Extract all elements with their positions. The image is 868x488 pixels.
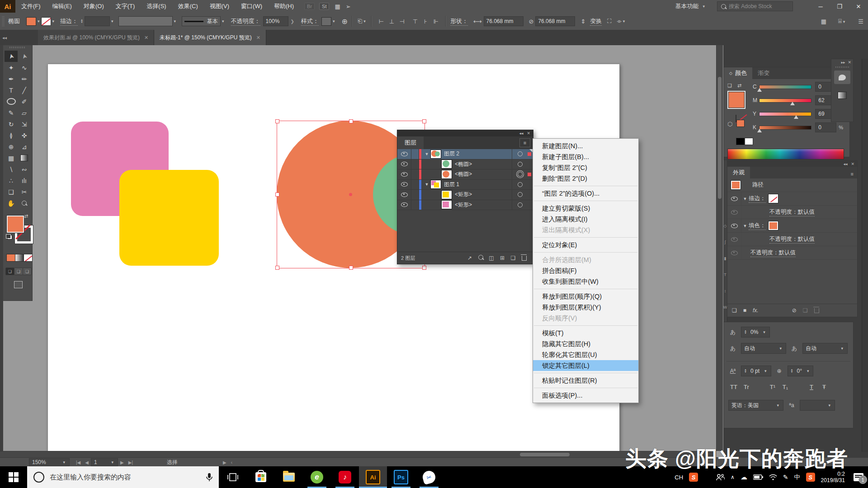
layers-tab[interactable]: 图层 — [397, 136, 424, 149]
clear-appearance-icon[interactable]: ⊘ — [792, 307, 797, 314]
menu-item-template[interactable]: 模板(T) — [533, 328, 638, 338]
control-menu-icon[interactable]: ☰ — [858, 18, 863, 25]
perspective-grid-tool[interactable]: ⊿ — [18, 141, 31, 152]
style-label[interactable]: 样式： — [301, 17, 319, 26]
slider-thumb[interactable] — [794, 115, 798, 119]
taskbar-app-explorer[interactable] — [275, 466, 303, 488]
delete-layer-icon[interactable] — [519, 254, 529, 262]
close-panel-icon[interactable]: ✕ — [851, 162, 854, 166]
object-name[interactable]: <椭圆> — [455, 170, 512, 178]
yellow-slider[interactable] — [759, 112, 812, 116]
underline-button[interactable]: T — [806, 384, 817, 390]
object-thumbnail[interactable] — [441, 200, 452, 209]
visibility-toggle[interactable] — [397, 160, 411, 169]
gradient-tool[interactable] — [18, 152, 31, 164]
align-pixel-grid-icon[interactable]: ⛶ — [607, 18, 611, 25]
status-back-arrow[interactable]: ‹ — [231, 460, 232, 465]
object-name[interactable]: <椭圆> — [455, 160, 512, 168]
swap-colors-icon[interactable]: ⇄ — [737, 83, 741, 89]
slice-tool[interactable]: ✂ — [18, 186, 31, 197]
wifi-icon[interactable] — [769, 474, 777, 480]
align-right-icon[interactable]: ⊣ — [399, 19, 406, 24]
symbol-sprayer-tool[interactable]: ∴ — [5, 175, 18, 186]
status-menu-arrow[interactable]: ▶ — [223, 460, 226, 465]
draw-behind-button[interactable]: ❏ — [14, 267, 23, 275]
app-logo[interactable]: Ai — [0, 0, 15, 13]
black-value-field[interactable]: 0 — [815, 122, 836, 132]
black-slider[interactable] — [759, 126, 812, 130]
fill-color-swatch[interactable] — [26, 17, 36, 26]
start-button[interactable] — [0, 466, 27, 488]
small-caps-button[interactable]: Tr — [741, 384, 752, 390]
layout-grid-icon[interactable]: ▦ — [335, 3, 340, 10]
target-circle-targeted-icon[interactable] — [518, 172, 523, 177]
gradient-tab[interactable]: 渐变 — [752, 67, 775, 79]
layer-row-green-ellipse[interactable]: <椭圆> — [397, 160, 533, 170]
pen-tool[interactable]: ✒ — [5, 73, 18, 84]
transform-label[interactable]: 变换 — [590, 17, 602, 26]
swap-fill-stroke-icon[interactable]: ⇄ — [24, 213, 28, 219]
microphone-icon[interactable] — [206, 473, 212, 482]
paintbrush-tool[interactable]: ✐ — [18, 96, 31, 107]
collapse-dock-icon[interactable]: ◂◂ — [0, 30, 9, 45]
new-sublayer-icon[interactable]: ⊞ — [497, 255, 508, 261]
recolor-artwork-icon[interactable]: ⊕ — [342, 17, 348, 26]
target-column[interactable] — [512, 180, 528, 190]
menu-edit[interactable]: 编辑(E) — [47, 2, 78, 10]
close-tab-icon[interactable]: ✕ — [256, 35, 260, 41]
shape-height-field[interactable]: 76.068 mm — [535, 16, 575, 26]
menu-item-locate-object[interactable]: 定位对象(E) — [533, 239, 638, 250]
stroke-caret[interactable]: ▾ — [52, 19, 55, 23]
color-panel-icon[interactable] — [834, 70, 850, 84]
shape-width-field[interactable]: 76.068 mm — [484, 16, 524, 26]
strikethrough-button[interactable]: Ŧ — [819, 384, 830, 390]
appearance-stroke-row[interactable]: ▼ 描边： — [727, 192, 857, 206]
target-circle-icon[interactable] — [518, 182, 523, 187]
document-layout-icon[interactable]: ⌸▾ — [838, 18, 846, 25]
menu-item-flatten-artwork[interactable]: 拼合图稿(F) — [533, 265, 638, 276]
lock-toggle[interactable] — [411, 169, 419, 179]
visibility-toggle[interactable] — [397, 200, 411, 210]
puppet-warp-tool[interactable]: ✜ — [18, 130, 31, 141]
aki-left-field[interactable]: 自动▾ — [741, 343, 786, 354]
new-stroke-icon[interactable]: ❏ — [732, 307, 737, 314]
document-setup-icon[interactable]: ⎗ — [358, 18, 362, 25]
shape-builder-tool[interactable]: ⊕ — [5, 141, 18, 152]
visibility-toggle[interactable] — [727, 219, 741, 232]
layer-row-yellow-rect[interactable]: <矩形> — [397, 190, 533, 200]
layer-thumbnail[interactable] — [430, 150, 441, 159]
menu-item-panel-options[interactable]: 面板选项(P)... — [533, 390, 638, 401]
menu-item-enter-isolation[interactable]: 进入隔离模式(I) — [533, 214, 638, 225]
none-mode-button[interactable] — [24, 254, 33, 262]
first-artboard-icon[interactable]: |◀ — [76, 460, 80, 465]
menu-item-release-to-layers-seq[interactable]: 释放到图层(顺序)(Q) — [533, 291, 638, 302]
menu-item-make-clipping-mask[interactable]: 建立剪切蒙版(S) — [533, 203, 638, 214]
layer-name[interactable]: 图层 1 — [444, 181, 512, 188]
object-thumbnail[interactable] — [441, 190, 452, 199]
zoom-tool[interactable] — [18, 197, 31, 209]
align-bottom-icon[interactable]: ⊩ — [433, 19, 439, 24]
align-top-icon[interactable]: ⊤ — [412, 19, 419, 24]
artboard-nav-dropdown[interactable]: 1▾ — [91, 458, 118, 466]
collapse-panel-icon[interactable]: ◂◂ — [843, 162, 847, 166]
toolbar-grip[interactable] — [9, 47, 26, 48]
visibility-toggle[interactable] — [727, 246, 741, 259]
appearance-tab[interactable]: 外观 — [727, 167, 750, 178]
locate-object-icon[interactable] — [475, 255, 486, 261]
menu-item-delete-layer[interactable]: 删除“图层 2”(D) — [533, 173, 638, 184]
visibility-toggle[interactable] — [397, 180, 411, 190]
stock-button[interactable]: St — [319, 3, 329, 10]
selection-handle[interactable] — [275, 119, 279, 123]
target-column[interactable] — [512, 160, 528, 169]
appearance-stroke-opacity-row[interactable]: 不透明度：默认值 — [727, 206, 857, 219]
profile-caret[interactable]: ▾ — [174, 19, 176, 23]
screen-mode-button[interactable] — [14, 281, 23, 288]
artboard-tool[interactable]: ❏ — [5, 186, 18, 197]
selection-center-point[interactable] — [349, 193, 352, 196]
stock-search-input[interactable]: 搜索 Adobe Stock — [717, 1, 793, 11]
people-icon[interactable] — [716, 474, 725, 481]
taskbar-app-store[interactable] — [247, 466, 275, 488]
all-caps-button[interactable]: TT — [728, 384, 739, 390]
object-name[interactable]: <矩形> — [455, 201, 512, 209]
aki-right-field[interactable]: 自动▾ — [802, 343, 848, 354]
